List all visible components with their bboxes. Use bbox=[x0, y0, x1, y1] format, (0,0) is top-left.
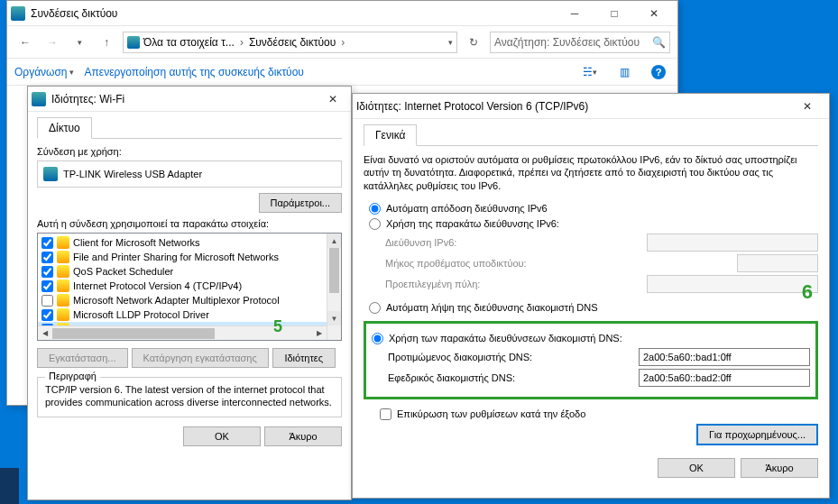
radio-auto-address[interactable]: Αυτόματη απόδοση διεύθυνσης IPv6 bbox=[369, 203, 818, 215]
protocol-checkbox[interactable] bbox=[41, 309, 53, 321]
protocol-label: Microsoft Network Adapter Multiplexor Pr… bbox=[73, 295, 280, 306]
protocol-checkbox[interactable] bbox=[41, 266, 53, 278]
protocol-item[interactable]: Microsoft Network Adapter Multiplexor Pr… bbox=[38, 293, 341, 307]
annotation-marker-5: 5 bbox=[273, 317, 282, 336]
organize-menu[interactable]: Οργάνωση ▾ bbox=[14, 66, 74, 78]
ok-button[interactable]: OK bbox=[183, 426, 261, 446]
minimize-button[interactable]: ─ bbox=[555, 1, 594, 26]
protocol-label: File and Printer Sharing for Microsoft N… bbox=[73, 252, 279, 262]
alternate-dns-label: Εφεδρικός διακομιστής DNS: bbox=[388, 372, 639, 383]
tab-general[interactable]: Γενικά bbox=[364, 124, 417, 146]
protocol-label: Client for Microsoft Networks bbox=[73, 237, 200, 248]
radio-auto-address-input[interactable] bbox=[369, 203, 381, 215]
nav-up-button[interactable]: ↑ bbox=[96, 32, 117, 53]
search-box[interactable]: Αναζήτηση: Συνδέσεις δικτύου 🔍 bbox=[490, 32, 670, 53]
maximize-button[interactable]: □ bbox=[594, 1, 634, 26]
preview-pane-button[interactable]: ▥ bbox=[612, 62, 636, 82]
nav-forward-button[interactable]: → bbox=[41, 32, 63, 53]
radio-manual-dns[interactable]: Χρήση των παρακάτω διευθύνσεων διακομιστ… bbox=[372, 333, 810, 344]
scroll-right-button[interactable]: ▶ bbox=[312, 326, 327, 340]
scroll-thumb[interactable] bbox=[329, 248, 339, 293]
scroll-left-button[interactable]: ◀ bbox=[38, 326, 52, 340]
adapter-name: TP-LINK Wireless USB Adapter bbox=[63, 169, 202, 179]
default-gateway-label: Προεπιλεγμένη πύλη: bbox=[385, 279, 647, 289]
address-radio-group: Αυτόματη απόδοση διεύθυνσης IPv6 Χρήση τ… bbox=[369, 203, 818, 230]
protocol-checkbox[interactable] bbox=[41, 237, 53, 249]
protocol-item[interactable]: QoS Packet Scheduler bbox=[38, 264, 341, 279]
search-icon: 🔍 bbox=[652, 36, 666, 49]
protocol-item[interactable]: Internet Protocol Version 4 (TCP/IPv4) bbox=[38, 279, 341, 293]
subnet-prefix-input bbox=[737, 254, 818, 272]
ipv6-description: Είναι δυνατό να οριστούν αυτόματα οι ρυθ… bbox=[364, 153, 818, 192]
taskbar-fragment bbox=[0, 468, 19, 504]
adapter-box: TP-LINK Wireless USB Adapter bbox=[37, 160, 342, 188]
validate-on-exit-checkbox[interactable] bbox=[380, 408, 391, 420]
connect-with-label: Σύνδεση με χρήση: bbox=[37, 146, 342, 157]
close-button[interactable]: ✕ bbox=[634, 1, 674, 26]
tab-network[interactable]: Δίκτυο bbox=[37, 117, 92, 139]
adapter-device-icon bbox=[43, 167, 58, 181]
configure-button[interactable]: Παράμετροι... bbox=[259, 193, 343, 213]
protocol-icon bbox=[57, 294, 69, 307]
protocol-label: QoS Packet Scheduler bbox=[73, 266, 173, 277]
cancel-button[interactable]: Άκυρο bbox=[741, 458, 818, 478]
scroll-down-button[interactable]: ▼ bbox=[327, 311, 341, 325]
properties-button[interactable]: Ιδιότητες bbox=[272, 348, 336, 368]
description-text: TCP/IP version 6. The latest version of … bbox=[45, 383, 334, 409]
description-groupbox: Περιγραφή TCP/IP version 6. The latest v… bbox=[37, 377, 342, 417]
protocol-icon bbox=[57, 279, 69, 292]
nav-back-button[interactable]: ← bbox=[14, 32, 36, 53]
protocol-label: Internet Protocol Version 4 (TCP/IPv4) bbox=[73, 280, 242, 291]
protocol-item[interactable]: File and Printer Sharing for Microsoft N… bbox=[38, 250, 341, 264]
ipv6-titlebar: Ιδιότητες: Internet Protocol Version 6 (… bbox=[353, 94, 829, 119]
protocol-item[interactable]: Client for Microsoft Networks bbox=[38, 235, 341, 250]
vertical-scrollbar[interactable]: ▲ ▼ bbox=[327, 234, 341, 340]
ok-button[interactable]: OK bbox=[658, 458, 735, 478]
uses-items-label: Αυτή η σύνδεση χρησιμοποιεί τα παρακάτω … bbox=[37, 218, 342, 229]
protocol-icon bbox=[57, 308, 69, 321]
ipv6-tabstrip: Γενικά bbox=[364, 124, 818, 146]
explorer-titlebar: Συνδέσεις δικτύου ─ □ ✕ bbox=[7, 1, 677, 26]
breadcrumb-item[interactable]: Όλα τα στοιχεία τ... bbox=[143, 36, 235, 49]
protocol-checkbox[interactable] bbox=[41, 280, 53, 292]
hscroll-thumb[interactable] bbox=[52, 328, 215, 339]
nav-history-button[interactable]: ▾ bbox=[69, 32, 90, 53]
address-dropdown-icon[interactable]: ▾ bbox=[448, 38, 453, 47]
radio-auto-dns-input[interactable] bbox=[369, 302, 381, 314]
refresh-button[interactable]: ↻ bbox=[463, 32, 484, 53]
wifi-tabstrip: Δίκτυο bbox=[37, 117, 342, 139]
alternate-dns-input[interactable] bbox=[639, 369, 810, 387]
advanced-button[interactable]: Για προχωρημένους... bbox=[696, 424, 818, 445]
radio-manual-dns-input[interactable] bbox=[372, 333, 383, 344]
protocol-checkbox[interactable] bbox=[41, 295, 53, 307]
cancel-button[interactable]: Άκυρο bbox=[264, 426, 342, 446]
address-bar[interactable]: Όλα τα στοιχεία τ... › Συνδέσεις δικτύου… bbox=[123, 32, 457, 53]
ipv6-address-input bbox=[647, 234, 818, 252]
explorer-title: Συνδέσεις δικτύου bbox=[31, 7, 555, 20]
annotation-marker-6: 6 bbox=[802, 280, 813, 304]
subnet-prefix-label: Μήκος προθέματος υποδικτύου: bbox=[385, 258, 737, 269]
radio-manual-address-input[interactable] bbox=[369, 218, 381, 230]
disable-device-menu[interactable]: Απενεργοποίηση αυτής της συσκευής δικτύο… bbox=[85, 66, 304, 78]
uninstall-button[interactable]: Κατάργηση εγκατάστασης bbox=[132, 348, 269, 368]
protocol-listbox[interactable]: Client for Microsoft NetworksFile and Pr… bbox=[37, 233, 342, 341]
view-layout-button[interactable]: ☵ ▾ bbox=[578, 62, 602, 82]
protocol-item[interactable]: Microsoft LLDP Protocol Driver bbox=[38, 307, 341, 322]
scroll-up-button[interactable]: ▲ bbox=[327, 234, 341, 248]
dns-highlight-box: Χρήση των παρακάτω διευθύνσεων διακομιστ… bbox=[364, 321, 818, 399]
breadcrumb-sep: › bbox=[339, 36, 346, 49]
validate-on-exit-label: Επικύρωση των ρυθμίσεων κατά την έξοδο bbox=[397, 408, 585, 419]
location-icon bbox=[127, 36, 140, 49]
help-button[interactable]: ? bbox=[647, 62, 670, 82]
radio-manual-address[interactable]: Χρήση της παρακάτω διεύθυνσης IPv6: bbox=[369, 218, 818, 230]
protocol-checkbox[interactable] bbox=[41, 252, 53, 263]
horizontal-scrollbar[interactable]: ◀ ▶ bbox=[38, 325, 327, 340]
explorer-command-bar: Οργάνωση ▾ Απενεργοποίηση αυτής της συσκ… bbox=[7, 59, 677, 86]
close-button[interactable]: ✕ bbox=[318, 87, 347, 112]
breadcrumb-item[interactable]: Συνδέσεις δικτύου bbox=[249, 36, 336, 49]
close-button[interactable]: ✕ bbox=[789, 94, 825, 119]
radio-auto-dns[interactable]: Αυτόματη λήψη της διεύθυνσης διακομιστή … bbox=[369, 302, 818, 314]
preferred-dns-input[interactable] bbox=[639, 348, 810, 366]
install-button[interactable]: Εγκατάσταση... bbox=[37, 348, 128, 368]
wifi-properties-window: Ιδιότητες: Wi-Fi ✕ Δίκτυο Σύνδεση με χρή… bbox=[27, 86, 352, 500]
